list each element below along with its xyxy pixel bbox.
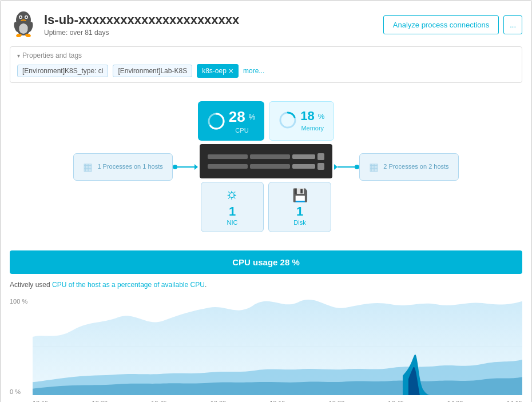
server-slot-5 <box>250 164 290 169</box>
disk-icon: 💾 <box>292 188 308 203</box>
tag-k8s-type[interactable]: [Environment]K8S_type: ci <box>17 65 108 77</box>
x-label-5: 13:15 <box>269 400 285 402</box>
line-left <box>177 166 194 168</box>
chevron-down-icon[interactable]: ▾ <box>17 53 20 59</box>
x-label-3: 12:45 <box>151 400 167 402</box>
right-box-text: 2 Processes on 2 hosts <box>383 162 448 171</box>
server-slot-3 <box>292 154 315 159</box>
chart-x-labels: 12:15 12:30 12:45 13:00 13:15 13:30 13:4… <box>10 400 522 402</box>
host-info: ls-ub-xxxxxxxxxxxxxxxxxxxxxxx Uptime: ov… <box>10 10 239 39</box>
left-box-text: 1 Processes on 1 hosts <box>97 162 162 171</box>
cpu-metric-card: 28 % CPU <box>198 101 264 141</box>
uptime: Uptime: over 81 days <box>44 29 239 37</box>
properties-label: Properties and tags <box>22 51 82 59</box>
memory-value: 18 <box>300 109 314 124</box>
processes-icon-left: ▦ <box>83 161 93 173</box>
properties-title: ▾ Properties and tags <box>17 51 515 59</box>
x-label-8: 14:00 <box>447 400 463 402</box>
server-visual <box>200 144 332 178</box>
memory-label: Memory <box>300 125 324 132</box>
tag-lab-k8s[interactable]: [Environment]Lab-K8S <box>113 65 192 77</box>
header-actions: Analyze process connections ... <box>383 15 522 34</box>
memory-circle-icon <box>279 111 297 129</box>
cpu-value: 28 <box>229 108 245 126</box>
disk-label: Disk <box>293 219 305 226</box>
linux-icon <box>10 10 37 39</box>
chart-svg <box>33 298 522 395</box>
left-processes-box: ▦ 1 Processes on 1 hosts <box>73 153 172 181</box>
host-name-block: ls-ub-xxxxxxxxxxxxxxxxxxxxxxx Uptime: ov… <box>44 13 239 37</box>
hostname: ls-ub-xxxxxxxxxxxxxxxxxxxxxxx <box>44 13 239 27</box>
server-slot-4 <box>208 164 248 169</box>
infra-diagram: ▦ 1 Processes on 1 hosts <box>10 92 522 241</box>
desc-text-after: . <box>205 281 207 289</box>
right-processes-box: ▦ 2 Processes on 2 hosts <box>359 153 458 181</box>
chart-area: 100 % 0 % <box>10 298 522 395</box>
x-label-6: 13:30 <box>329 400 345 402</box>
memory-metric-card: 18 % Memory <box>269 101 334 141</box>
chart-y-labels: 100 % 0 % <box>10 298 27 395</box>
nic-disk-row: ⛭ 1 NIC 💾 1 Disk <box>201 182 331 232</box>
desc-highlight: CPU of the host as a percentage of avail… <box>52 281 205 289</box>
server-btn-2 <box>317 163 324 170</box>
svg-point-3 <box>20 17 22 18</box>
dot-left <box>173 165 177 169</box>
server-slots <box>208 153 324 170</box>
properties-section: ▾ Properties and tags [Environment]K8S_t… <box>10 46 522 83</box>
nic-card: ⛭ 1 NIC <box>201 182 264 232</box>
x-label-4: 13:00 <box>211 400 227 402</box>
desc-text-before: Actively used <box>10 281 52 289</box>
server-center: 28 % CPU <box>198 101 335 232</box>
x-label-9: 14:15 <box>506 400 522 402</box>
x-label-1: 12:15 <box>33 400 49 402</box>
x-label-7: 13:45 <box>388 400 404 402</box>
cpu-circle-icon <box>207 112 225 130</box>
nic-label: NIC <box>227 219 238 226</box>
more-tags-link[interactable]: more... <box>243 67 264 75</box>
main-window: ls-ub-xxxxxxxxxxxxxxxxxxxxxxx Uptime: ov… <box>0 0 532 402</box>
connector-right <box>334 164 359 170</box>
description: Actively used CPU of the host as a perce… <box>10 281 522 289</box>
line-right <box>338 166 355 168</box>
svg-point-4 <box>26 17 27 18</box>
cpu-usage-bar: CPU usage 28 % <box>10 250 522 274</box>
tag-close-icon[interactable]: × <box>229 66 233 75</box>
header: ls-ub-xxxxxxxxxxxxxxxxxxxxxxx Uptime: ov… <box>10 10 522 39</box>
y-label-top: 100 % <box>10 298 27 305</box>
memory-unit: % <box>318 112 325 121</box>
server-btn-1 <box>317 153 324 160</box>
processes-icon-right: ▦ <box>369 161 379 173</box>
connector-left <box>173 164 198 170</box>
more-button[interactable]: ... <box>503 15 522 34</box>
tag-k8s-oep[interactable]: k8s-oep × <box>197 64 239 78</box>
nic-icon: ⛭ <box>226 188 239 203</box>
y-label-bottom: 0 % <box>10 388 27 395</box>
svg-point-7 <box>19 23 28 34</box>
chart-svg-wrap <box>33 298 522 395</box>
nic-value: 1 <box>229 204 236 219</box>
dot-right <box>355 165 359 169</box>
cpu-label: CPU <box>229 127 255 134</box>
disk-card: 💾 1 Disk <box>268 182 331 232</box>
server-slot-6 <box>292 164 315 169</box>
server-slot-1 <box>208 154 248 159</box>
analyze-button[interactable]: Analyze process connections <box>383 15 499 34</box>
tags-container: [Environment]K8S_type: ci [Environment]L… <box>17 64 515 78</box>
cpu-unit: % <box>249 113 256 121</box>
x-label-2: 12:30 <box>92 400 108 402</box>
server-top-metrics: 28 % CPU <box>198 101 335 141</box>
disk-value: 1 <box>296 204 303 219</box>
server-slot-2 <box>250 154 290 159</box>
